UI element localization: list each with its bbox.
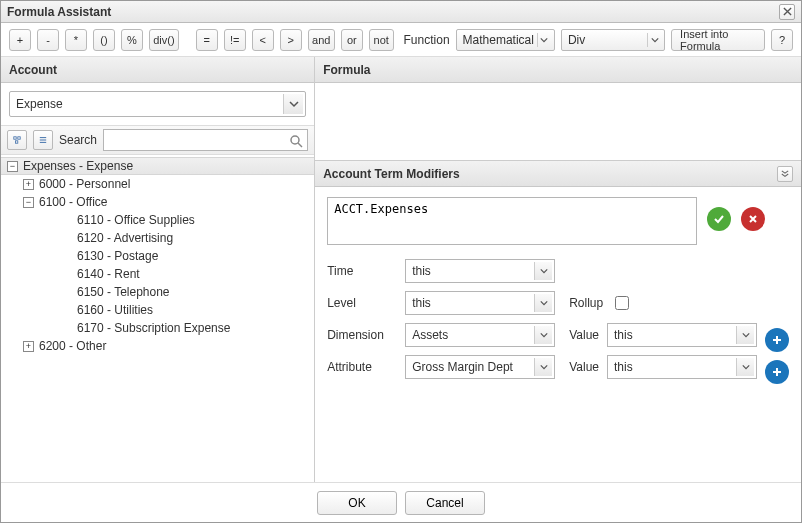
dimension-value: Assets [412,328,448,342]
chevron-down-icon [647,33,661,47]
modifiers-panel-title: Account Term Modifiers [323,167,459,181]
op-minus-button[interactable]: - [37,29,59,51]
function-label: Function [404,33,450,47]
add-dimension-button[interactable] [765,328,789,352]
dimension-select[interactable]: Assets [405,323,555,347]
level-value: this [412,296,431,310]
tree-expand-all-button[interactable] [7,130,27,150]
tree-node[interactable]: +6200 - Other [1,337,314,355]
tree-node-label: 6130 - Postage [77,249,158,263]
chevron-down-icon [534,358,552,376]
attribute-value: Gross Margin Dept [412,360,513,374]
op-neq-button[interactable]: != [224,29,246,51]
chevron-down-icon [534,326,552,344]
tree-node[interactable]: +6000 - Personnel [1,175,314,193]
attribute-value-label: Value [569,360,599,374]
plus-icon [771,366,783,378]
collapse-icon[interactable]: − [7,161,18,172]
time-select[interactable]: this [405,259,555,283]
op-gt-button[interactable]: > [280,29,302,51]
tree-leaf[interactable]: 6160 - Utilities [1,301,314,319]
attribute-select[interactable]: Gross Margin Dept [405,355,555,379]
op-eq-button[interactable]: = [196,29,218,51]
tree-node-label: 6110 - Office Supplies [77,213,195,227]
search-input[interactable] [104,130,307,150]
op-not-button[interactable]: not [369,29,394,51]
plus-icon [771,334,783,346]
list-icon [39,136,47,144]
account-panel-title: Account [9,63,57,77]
dimension-value-value: this [614,328,633,342]
chevron-down-icon [534,262,552,280]
expand-icon[interactable]: + [23,341,34,352]
time-value: this [412,264,431,278]
attribute-value-value: this [614,360,633,374]
function-category-value: Mathematical [463,33,534,47]
svg-rect-0 [14,137,16,139]
function-category-select[interactable]: Mathematical [456,29,555,51]
tree-node-label: 6140 - Rent [77,267,140,281]
search-icon[interactable] [287,132,305,150]
account-term-input[interactable] [327,197,697,245]
function-value: Div [568,33,585,47]
tree-collapse-all-button[interactable] [33,130,53,150]
tree-leaf[interactable]: 6130 - Postage [1,247,314,265]
tree-root-label: Expenses - Expense [23,159,133,173]
chevron-down-icon [537,33,551,47]
function-select[interactable]: Div [561,29,665,51]
panel-collapse-button[interactable] [777,166,793,182]
account-type-select[interactable]: Expense [9,91,306,117]
dimension-value-label: Value [569,328,599,342]
reject-term-button[interactable] [741,207,765,231]
double-chevron-down-icon [781,170,789,178]
chevron-down-icon [283,94,303,114]
expand-icon[interactable]: + [23,179,34,190]
tree-node-label: 6170 - Subscription Expense [77,321,230,335]
svg-rect-2 [15,141,17,143]
op-and-button[interactable]: and [308,29,335,51]
accept-term-button[interactable] [707,207,731,231]
help-button[interactable]: ? [771,29,793,51]
tree-leaf[interactable]: 6140 - Rent [1,265,314,283]
tree-node-label: 6100 - Office [39,195,107,209]
tree-node-label: 6120 - Advertising [77,231,173,245]
formula-panel-title: Formula [323,63,370,77]
tree-root[interactable]: − Expenses - Expense [1,157,314,175]
op-plus-button[interactable]: + [9,29,31,51]
account-type-value: Expense [16,97,63,111]
op-percent-button[interactable]: % [121,29,143,51]
op-multiply-button[interactable]: * [65,29,87,51]
svg-rect-1 [18,137,20,139]
tree-node-label: 6160 - Utilities [77,303,153,317]
attribute-label: Attribute [327,360,397,374]
cancel-button[interactable]: Cancel [405,491,485,515]
chevron-down-icon [534,294,552,312]
tree-leaf[interactable]: 6110 - Office Supplies [1,211,314,229]
formula-textarea[interactable] [315,83,801,161]
svg-point-3 [291,136,299,144]
insert-into-formula-button[interactable]: Insert into Formula [671,29,765,51]
tree-leaf[interactable]: 6170 - Subscription Expense [1,319,314,337]
window-close-button[interactable] [779,4,795,20]
time-label: Time [327,264,397,278]
rollup-label: Rollup [569,296,603,310]
tree-leaf[interactable]: 6120 - Advertising [1,229,314,247]
close-icon [747,213,759,225]
add-attribute-button[interactable] [765,360,789,384]
level-label: Level [327,296,397,310]
op-lt-button[interactable]: < [252,29,274,51]
tree-node-label: 6150 - Telephone [77,285,170,299]
op-paren-button[interactable]: () [93,29,115,51]
tree-leaf[interactable]: 6150 - Telephone [1,283,314,301]
op-or-button[interactable]: or [341,29,363,51]
op-divfn-button[interactable]: div() [149,29,179,51]
rollup-checkbox[interactable] [615,296,629,310]
tree-node-label: 6000 - Personnel [39,177,130,191]
ok-button[interactable]: OK [317,491,397,515]
check-icon [713,213,725,225]
collapse-icon[interactable]: − [23,197,34,208]
attribute-value-select[interactable]: this [607,355,757,379]
level-select[interactable]: this [405,291,555,315]
dimension-value-select[interactable]: this [607,323,757,347]
tree-node[interactable]: −6100 - Office [1,193,314,211]
